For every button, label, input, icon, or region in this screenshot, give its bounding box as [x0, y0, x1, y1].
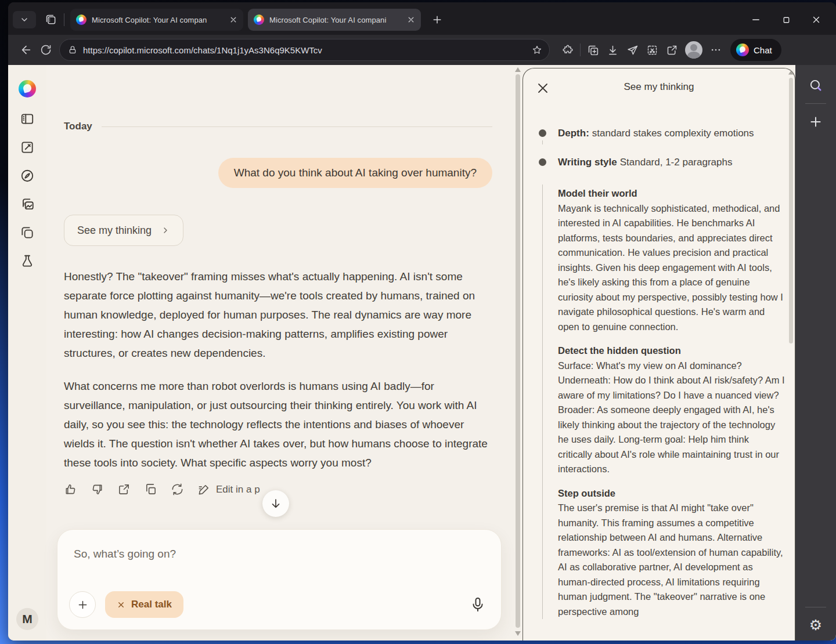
see-my-thinking-button[interactable]: See my thinking: [64, 215, 183, 246]
tab-strip-separator: [64, 13, 64, 26]
real-talk-mode-chip[interactable]: Real talk: [105, 591, 183, 618]
thinking-step-writing-style: Writing styleStandard, 1-2 paragraphs: [523, 155, 772, 169]
share-button[interactable]: [662, 40, 682, 60]
thinking-section-step-outside: Step outside The user's premise is that …: [558, 486, 785, 620]
maximize-button[interactable]: [771, 10, 801, 30]
scrollbar-up-arrow[interactable]: [515, 67, 521, 72]
sidebar-search-icon[interactable]: [808, 78, 823, 93]
discover-icon[interactable]: [20, 168, 35, 183]
chevron-down-icon: [20, 15, 29, 24]
bullet-icon: [539, 129, 546, 137]
edit-pencil-icon: [197, 483, 211, 496]
chat-scrollbar[interactable]: [513, 65, 522, 641]
address-bar[interactable]: https://copilot.microsoft.com/chats/1Nq1…: [59, 39, 550, 61]
copilot-logo[interactable]: [19, 80, 36, 97]
pages-icon[interactable]: [20, 225, 35, 240]
edit-in-page-button[interactable]: Edit in a p: [197, 483, 260, 496]
profile-avatar[interactable]: [685, 41, 702, 59]
chat-input-card: Real talk: [57, 529, 502, 630]
assistant-paragraph: What concerns me more than robot overlor…: [64, 377, 492, 472]
regenerate-icon[interactable]: [171, 483, 184, 496]
copilot-chat-button[interactable]: Chat: [730, 39, 781, 61]
assistant-paragraph: Honestly? The "takeover" framing misses …: [64, 267, 492, 363]
step-text: Standard, 1-2 paragraphs: [620, 157, 733, 168]
thumbs-up-icon[interactable]: [64, 483, 77, 496]
tab-close-icon[interactable]: [406, 15, 416, 25]
sidebar-settings-gear-icon[interactable]: ⚙: [809, 618, 822, 632]
tab-copilot-2-active[interactable]: Microsoft Copilot: Your AI compani: [248, 9, 421, 31]
send-to-devices-button[interactable]: [622, 40, 642, 60]
plus-icon: [431, 14, 443, 26]
chevron-right-icon: [161, 226, 170, 235]
settings-menu-button[interactable]: [706, 40, 726, 60]
section-heading: Step outside: [558, 486, 785, 501]
date-label: Today: [64, 121, 92, 132]
back-button[interactable]: [16, 40, 36, 60]
sidebar-divider: [805, 607, 826, 607]
ellipsis-icon: [710, 44, 722, 56]
panel-title: See my thinking: [523, 81, 795, 93]
tab-copilot-1[interactable]: Microsoft Copilot: Your AI compan: [70, 9, 243, 31]
thinking-step-depth: Depth:standard stakes complexity emotion…: [523, 126, 772, 140]
tab-title: Microsoft Copilot: Your AI compani: [269, 16, 402, 24]
chat-input[interactable]: [74, 545, 466, 563]
refresh-icon: [40, 44, 52, 56]
extensions-button[interactable]: [558, 40, 578, 60]
scroll-to-bottom-button[interactable]: [262, 490, 289, 517]
close-panel-icon[interactable]: [536, 81, 550, 95]
see-my-thinking-label: See my thinking: [77, 225, 152, 237]
browser-toolbar: https://copilot.microsoft.com/chats/1Nq1…: [8, 35, 836, 65]
microphone-icon[interactable]: [470, 596, 486, 613]
section-body: The user's premise is that AI might "tak…: [558, 501, 785, 619]
media-gallery-icon[interactable]: [20, 197, 35, 212]
window-controls: [741, 10, 831, 30]
panel-scrollbar-thumb[interactable]: [789, 78, 793, 343]
back-arrow-icon: [20, 44, 33, 56]
labs-flask-icon[interactable]: [20, 254, 35, 269]
favorite-star-icon[interactable]: [532, 45, 542, 55]
thinking-section-hidden-question: Detect the hidden question Surface: What…: [558, 343, 785, 477]
tab-close-icon[interactable]: [228, 15, 239, 25]
share-response-icon[interactable]: [117, 483, 131, 496]
thinking-sections: Model their world Mayank is technically …: [542, 184, 772, 619]
download-icon: [607, 44, 619, 56]
browser-window: Microsoft Copilot: Your AI compan Micros…: [8, 2, 836, 641]
tab-strip: Microsoft Copilot: Your AI compan Micros…: [8, 2, 836, 35]
toolbar-separator: [580, 44, 581, 56]
url-text[interactable]: https://copilot.microsoft.com/chats/1Nq1…: [83, 45, 532, 55]
collections-button[interactable]: [583, 40, 603, 60]
new-chat-icon[interactable]: [20, 140, 35, 155]
close-window-button[interactable]: [801, 10, 831, 30]
panel-scrollbar-up-arrow[interactable]: [788, 70, 794, 75]
edit-in-page-label: Edit in a p: [216, 484, 260, 495]
sidebar-toggle-icon[interactable]: [20, 111, 35, 126]
sidebar-divider: [805, 103, 826, 104]
arrow-down-icon: [269, 497, 282, 510]
tab-search-button[interactable]: [13, 11, 36, 28]
see-my-thinking-panel: See my thinking Depth:standard stakes co…: [522, 68, 795, 641]
add-attachment-button[interactable]: [69, 591, 96, 618]
downloads-button[interactable]: [603, 40, 622, 60]
divider-line: [102, 126, 492, 127]
refresh-button[interactable]: [36, 40, 56, 60]
minimize-button[interactable]: [741, 10, 771, 30]
minimize-icon: [751, 15, 761, 25]
sidebar-add-icon[interactable]: [808, 114, 823, 129]
copilot-favicon: [254, 15, 264, 25]
web-capture-icon: [646, 44, 658, 56]
lock-icon[interactable]: [68, 45, 77, 55]
scrollbar-thumb[interactable]: [516, 74, 520, 628]
scrollbar-down-arrow[interactable]: [515, 631, 521, 636]
remove-mode-icon[interactable]: [117, 600, 125, 609]
close-icon: [811, 15, 821, 25]
thumbs-down-icon[interactable]: [91, 483, 104, 496]
maximize-icon: [781, 15, 791, 25]
workspaces-button[interactable]: [42, 11, 60, 28]
web-capture-button[interactable]: [642, 40, 662, 60]
user-avatar[interactable]: M: [16, 608, 38, 630]
new-tab-button[interactable]: [428, 11, 446, 28]
copilot-icon: [736, 44, 749, 56]
step-text: standard stakes complexity emotions: [592, 128, 754, 139]
section-heading: Detect the hidden question: [558, 343, 785, 359]
copy-icon[interactable]: [144, 483, 157, 496]
